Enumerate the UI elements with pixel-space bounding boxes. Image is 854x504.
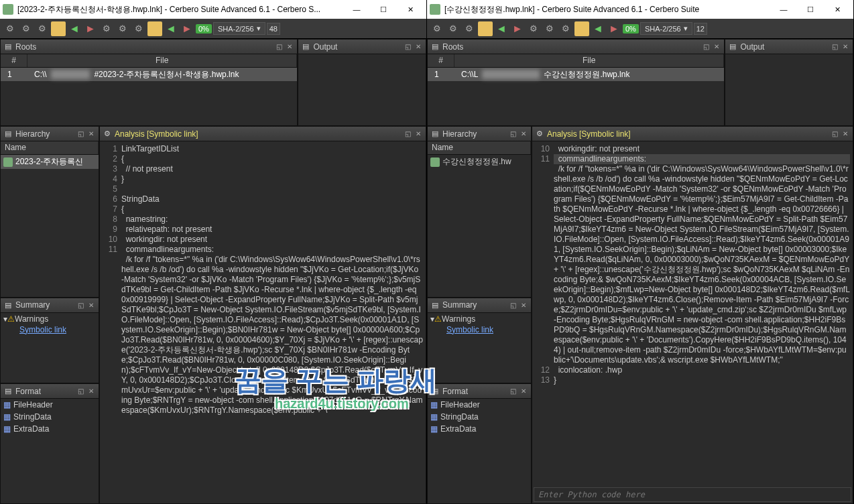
table-row[interactable]: 1 C:\\L redacted-path 수강신청정정원.hwp.lnk: [428, 68, 724, 81]
back-icon[interactable]: ◄: [67, 21, 82, 36]
tree-item[interactable]: 2023-2-주차등록신: [1, 155, 99, 169]
maximize-button[interactable]: ☐: [370, 1, 397, 17]
back-icon[interactable]: ◄: [591, 21, 605, 36]
python-input[interactable]: [534, 487, 851, 502]
panel-float-icon[interactable]: ◱: [403, 129, 412, 139]
panel-close-icon[interactable]: ✕: [285, 42, 294, 52]
hash-dropdown[interactable]: SHA-2/256▾: [213, 22, 265, 35]
app-icon: [430, 4, 440, 15]
panel-float-icon[interactable]: ◱: [830, 42, 839, 52]
forward-icon[interactable]: ►: [510, 21, 525, 36]
chevron-down-icon: ▾: [684, 24, 688, 33]
chevron-down-icon: ▾: [257, 24, 261, 33]
forward-icon[interactable]: ►: [607, 21, 621, 36]
forward-icon[interactable]: ►: [83, 21, 98, 36]
panel-close-icon[interactable]: ✕: [86, 387, 96, 396]
hierarchy-icon: ▤: [430, 129, 440, 139]
output-panel-header[interactable]: ▤ Output ◱✕: [298, 40, 426, 54]
gear-icon[interactable]: ⚙: [526, 21, 541, 36]
panel-close-icon[interactable]: ✕: [841, 129, 850, 139]
gear-icon[interactable]: ⚙: [462, 21, 477, 36]
hash-dropdown[interactable]: SHA-2/256▾: [640, 22, 692, 35]
progress-badge: 0%: [623, 24, 639, 34]
panel-float-icon[interactable]: ◱: [76, 129, 85, 139]
tree-item[interactable]: ▦ExtraData: [1, 423, 99, 435]
file-icon: [430, 158, 440, 167]
hierarchy-panel-header[interactable]: ▤ Hierarchy ◱✕: [1, 127, 99, 141]
panel-close-icon[interactable]: ✕: [519, 387, 528, 396]
panel-close-icon[interactable]: ✕: [519, 300, 528, 310]
back-icon[interactable]: ◄: [164, 21, 178, 36]
folder-icon[interactable]: [478, 21, 493, 36]
minimize-button[interactable]: —: [343, 1, 370, 17]
gear-icon[interactable]: ⚙: [35, 21, 50, 36]
format-icon: ▤: [430, 387, 440, 396]
roots-table-header: # File: [1, 54, 297, 68]
panel-float-icon[interactable]: ◱: [830, 129, 839, 139]
output-panel-header[interactable]: ▤ Output ◱✕: [725, 40, 853, 54]
maximize-button[interactable]: ☐: [797, 1, 824, 17]
tree-item[interactable]: ▦ExtraData: [428, 423, 531, 435]
gear-icon[interactable]: ⚙: [558, 21, 573, 36]
gear-icon[interactable]: ⚙: [19, 21, 34, 36]
format-panel-header[interactable]: ▤ Format ◱✕: [1, 384, 99, 399]
analysis-panel-header[interactable]: ⚙ Analysis [Symbolic link] ◱✕: [532, 127, 853, 141]
panel-float-icon[interactable]: ◱: [701, 42, 711, 52]
tree-item[interactable]: 수강신청정정원.hw: [428, 155, 531, 169]
num-field[interactable]: 12: [694, 23, 707, 35]
panel-close-icon[interactable]: ✕: [712, 42, 721, 52]
summary-panel-header[interactable]: ▤ Summary ◱✕: [1, 298, 99, 313]
symbolic-link[interactable]: Symbolic link: [1, 325, 99, 334]
tree-item[interactable]: ▦StringData: [428, 411, 531, 423]
gear-icon[interactable]: ⚙: [115, 21, 130, 36]
folder-icon[interactable]: [147, 21, 162, 36]
minimize-button[interactable]: —: [770, 1, 797, 17]
table-row[interactable]: 1 C:\\ redacted #2023-2-주차등록신청서-학생용.hwp.…: [1, 68, 297, 81]
gear-icon[interactable]: ⚙: [446, 21, 461, 36]
tree-item[interactable]: ▦StringData: [1, 411, 99, 423]
tree-item[interactable]: ▾ ⚠ Warnings: [1, 313, 99, 325]
format-panel-header[interactable]: ▤ Format ◱✕: [428, 384, 531, 399]
panel-float-icon[interactable]: ◱: [508, 300, 517, 310]
panel-close-icon[interactable]: ✕: [519, 129, 528, 139]
gear-icon[interactable]: ⚙: [3, 21, 17, 36]
panel-float-icon[interactable]: ◱: [403, 42, 412, 52]
tree-item[interactable]: ▦FileHeader: [428, 399, 531, 411]
tree-item[interactable]: ▾ ⚠ Warnings: [428, 313, 531, 325]
forward-icon[interactable]: ►: [180, 21, 194, 36]
folder-icon[interactable]: [51, 21, 66, 36]
panel-close-icon[interactable]: ✕: [86, 300, 96, 310]
panel-close-icon[interactable]: ✕: [414, 129, 423, 139]
output-icon: ▤: [728, 42, 737, 52]
back-icon[interactable]: ◄: [494, 21, 509, 36]
analysis-panel-header[interactable]: ⚙ Analysis [Symbolic link] ◱✕: [100, 127, 426, 141]
hierarchy-icon: ▤: [3, 129, 13, 139]
window-title: [2023-2-주차등록신청서-학생용.hwp.lnk] - Cerbero S…: [17, 4, 343, 15]
summary-panel-header[interactable]: ▤ Summary ◱✕: [428, 298, 531, 313]
panel-float-icon[interactable]: ◱: [274, 42, 284, 52]
folder-icon[interactable]: [574, 21, 589, 36]
panel-close-icon[interactable]: ✕: [414, 42, 423, 52]
close-button[interactable]: ✕: [824, 1, 851, 17]
roots-panel-header[interactable]: ▤ Roots ◱✕: [1, 40, 297, 54]
panel-float-icon[interactable]: ◱: [508, 129, 517, 139]
gear-icon[interactable]: ⚙: [131, 21, 146, 36]
gear-icon[interactable]: ⚙: [542, 21, 557, 36]
code-view[interactable]: 10 workingdir: not present11 commandline…: [532, 141, 853, 486]
panel-float-icon[interactable]: ◱: [508, 387, 517, 396]
panel-close-icon[interactable]: ✕: [86, 129, 96, 139]
hierarchy-panel-header[interactable]: ▤ Hierarchy ◱✕: [428, 127, 531, 141]
panel-close-icon[interactable]: ✕: [841, 42, 850, 52]
code-view[interactable]: 1LinkTargetIDList2{3 // not present4}56S…: [100, 141, 426, 503]
num-field[interactable]: 48: [267, 23, 280, 35]
tree-item[interactable]: ▦FileHeader: [1, 399, 99, 411]
panel-float-icon[interactable]: ◱: [76, 300, 85, 310]
gear-icon[interactable]: ⚙: [430, 21, 444, 36]
close-button[interactable]: ✕: [397, 1, 424, 17]
roots-panel-header[interactable]: ▤ Roots ◱✕: [428, 40, 724, 54]
gear-icon[interactable]: ⚙: [99, 21, 114, 36]
summary-icon: ▤: [430, 300, 440, 310]
format-icon: ▤: [3, 387, 13, 396]
panel-float-icon[interactable]: ◱: [76, 387, 85, 396]
symbolic-link[interactable]: Symbolic link: [428, 325, 531, 334]
